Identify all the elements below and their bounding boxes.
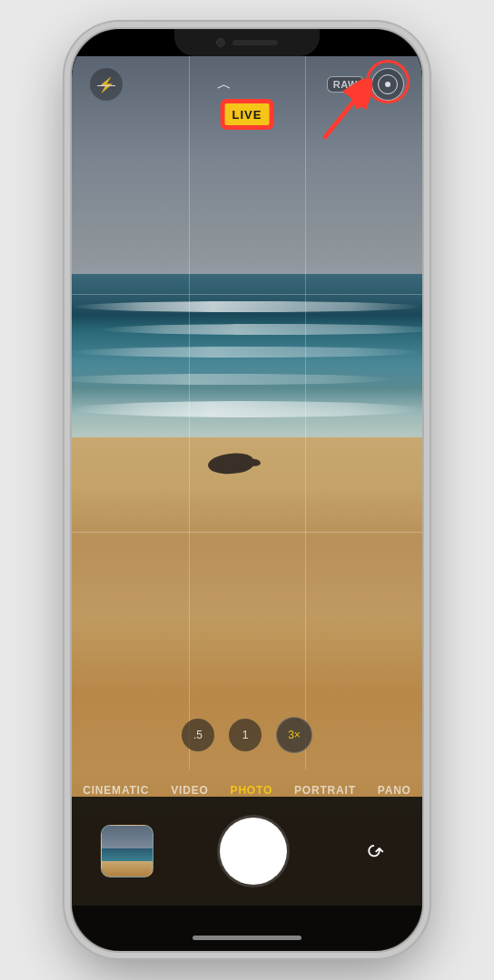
zoom-half-button[interactable]: .5 <box>182 719 214 751</box>
flash-icon: ⚡ <box>97 76 115 93</box>
settings-dot <box>385 82 390 87</box>
expand-button[interactable]: ︿ <box>208 68 241 101</box>
chevron-up-icon: ︿ <box>217 75 232 94</box>
dark-bottom-bar <box>72 906 422 951</box>
front-camera <box>216 38 225 47</box>
wave-1 <box>72 301 422 312</box>
notch <box>174 29 320 56</box>
zoom-1x-button[interactable]: 1 <box>229 719 262 751</box>
mode-pano[interactable]: PANO <box>378 784 411 797</box>
home-indicator[interactable] <box>193 936 301 940</box>
wave-5 <box>72 401 422 417</box>
mode-video[interactable]: VIDEO <box>171 784 208 797</box>
zoom-3x-label: 3× <box>288 729 301 741</box>
photo-thumbnail[interactable] <box>101 825 153 877</box>
flash-button[interactable]: ⚡ <box>90 68 123 101</box>
mode-cinematic[interactable]: CINEMATIC <box>83 784 149 797</box>
flip-icon: ↺ <box>359 837 387 865</box>
live-badge[interactable]: LIVE <box>223 102 272 127</box>
speaker <box>232 40 278 45</box>
zoom-3x-button[interactable]: 3× <box>276 717 312 753</box>
wave-2 <box>99 324 422 335</box>
zoom-1x-label: 1 <box>242 729 249 741</box>
shutter-button[interactable] <box>220 818 287 885</box>
live-settings-button[interactable] <box>371 68 404 101</box>
raw-badge[interactable]: RAW <box>327 76 364 93</box>
mode-portrait[interactable]: PORTRAIT <box>294 784 356 797</box>
mode-photo[interactable]: PHOTO <box>231 784 272 797</box>
ocean-background <box>72 274 422 437</box>
flip-camera-button[interactable]: ↺ <box>353 831 393 871</box>
wave-4 <box>72 374 395 385</box>
raw-label: RAW <box>333 79 358 90</box>
phone-screen: ⚡ ︿ RAW LIVE <box>72 29 422 951</box>
phone-frame: ⚡ ︿ RAW LIVE <box>70 27 424 953</box>
bottom-controls-bar: ↺ <box>72 797 422 906</box>
settings-ring <box>378 74 398 94</box>
camera-mode-selector: CINEMATIC VIDEO PHOTO PORTRAIT PANO <box>72 784 422 797</box>
wave-3 <box>72 347 422 358</box>
zoom-half-label: .5 <box>193 729 203 741</box>
live-badge-text: LIVE <box>232 108 262 122</box>
zoom-controls: .5 1 3× <box>72 717 422 753</box>
